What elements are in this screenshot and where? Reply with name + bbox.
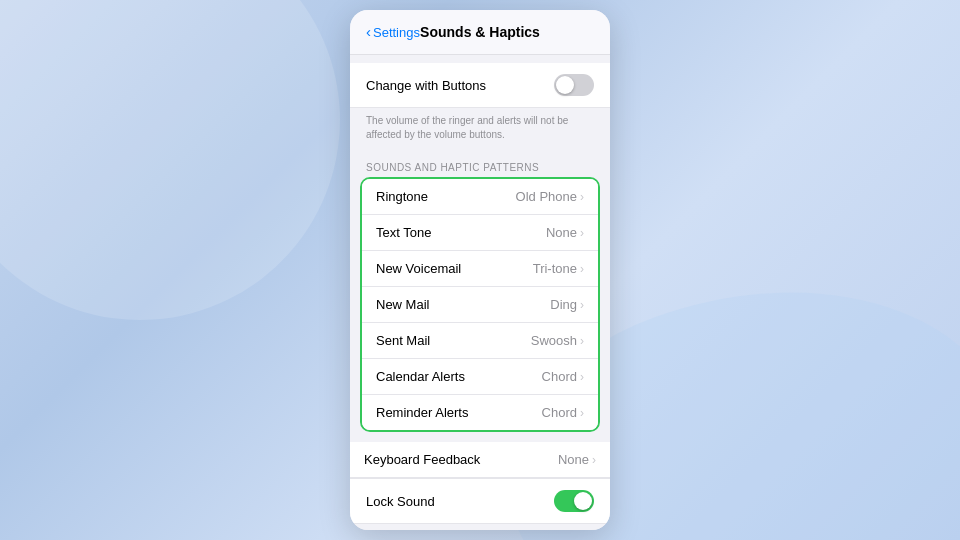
new-mail-value: Ding	[550, 297, 577, 312]
spacer-3	[350, 524, 610, 530]
lock-sound-toggle[interactable]	[554, 490, 594, 512]
new-voicemail-value: Tri-tone	[533, 261, 577, 276]
calendar-alerts-chevron-icon: ›	[580, 370, 584, 384]
header: ‹ Settings Sounds & Haptics	[350, 10, 610, 55]
settings-panel: ‹ Settings Sounds & Haptics Change with …	[350, 10, 610, 530]
back-chevron-icon: ‹	[366, 24, 371, 39]
change-with-buttons-row[interactable]: Change with Buttons	[350, 63, 610, 108]
calendar-alerts-row[interactable]: Calendar Alerts Chord ›	[362, 359, 598, 395]
keyboard-feedback-row[interactable]: Keyboard Feedback None ›	[350, 442, 610, 478]
keyboard-feedback-label: Keyboard Feedback	[364, 452, 480, 467]
new-voicemail-label: New Voicemail	[376, 261, 461, 276]
reminder-alerts-row[interactable]: Reminder Alerts Chord ›	[362, 395, 598, 430]
ringtone-right: Old Phone ›	[516, 189, 584, 204]
ringtone-value: Old Phone	[516, 189, 577, 204]
reminder-alerts-value: Chord	[542, 405, 577, 420]
new-voicemail-row[interactable]: New Voicemail Tri-tone ›	[362, 251, 598, 287]
change-with-buttons-label: Change with Buttons	[366, 78, 486, 93]
text-tone-label: Text Tone	[376, 225, 431, 240]
keyboard-feedback-value: None	[558, 452, 589, 467]
sent-mail-right: Swoosh ›	[531, 333, 584, 348]
calendar-alerts-value: Chord	[542, 369, 577, 384]
spacer-2	[350, 432, 610, 442]
ringtone-chevron-icon: ›	[580, 190, 584, 204]
sounds-group: Ringtone Old Phone › Text Tone None › Ne…	[360, 177, 600, 432]
sent-mail-chevron-icon: ›	[580, 334, 584, 348]
keyboard-feedback-right: None ›	[558, 452, 596, 467]
sent-mail-row[interactable]: Sent Mail Swoosh ›	[362, 323, 598, 359]
page-title: Sounds & Haptics	[420, 24, 540, 40]
text-tone-right: None ›	[546, 225, 584, 240]
text-tone-chevron-icon: ›	[580, 226, 584, 240]
keyboard-feedback-chevron-icon: ›	[592, 453, 596, 467]
lock-sound-row[interactable]: Lock Sound	[350, 478, 610, 524]
change-with-buttons-caption: The volume of the ringer and alerts will…	[350, 108, 610, 152]
new-mail-row[interactable]: New Mail Ding ›	[362, 287, 598, 323]
spacer	[350, 55, 610, 63]
lock-sound-label: Lock Sound	[366, 494, 435, 509]
reminder-alerts-label: Reminder Alerts	[376, 405, 468, 420]
sent-mail-label: Sent Mail	[376, 333, 430, 348]
back-button[interactable]: ‹ Settings	[366, 25, 420, 40]
text-tone-value: None	[546, 225, 577, 240]
new-voicemail-chevron-icon: ›	[580, 262, 584, 276]
calendar-alerts-right: Chord ›	[542, 369, 584, 384]
lock-sound-toggle-knob	[574, 492, 592, 510]
sent-mail-value: Swoosh	[531, 333, 577, 348]
new-voicemail-right: Tri-tone ›	[533, 261, 584, 276]
header-nav: ‹ Settings Sounds & Haptics	[366, 24, 594, 40]
calendar-alerts-label: Calendar Alerts	[376, 369, 465, 384]
content-area: Change with Buttons The volume of the ri…	[350, 55, 610, 530]
toggle-knob	[556, 76, 574, 94]
reminder-alerts-right: Chord ›	[542, 405, 584, 420]
sounds-section-label: SOUNDS AND HAPTIC PATTERNS	[350, 152, 610, 177]
ringtone-row[interactable]: Ringtone Old Phone ›	[362, 179, 598, 215]
back-label: Settings	[373, 25, 420, 40]
change-with-buttons-toggle[interactable]	[554, 74, 594, 96]
new-mail-right: Ding ›	[550, 297, 584, 312]
text-tone-row[interactable]: Text Tone None ›	[362, 215, 598, 251]
reminder-alerts-chevron-icon: ›	[580, 406, 584, 420]
ringtone-label: Ringtone	[376, 189, 428, 204]
new-mail-label: New Mail	[376, 297, 429, 312]
new-mail-chevron-icon: ›	[580, 298, 584, 312]
